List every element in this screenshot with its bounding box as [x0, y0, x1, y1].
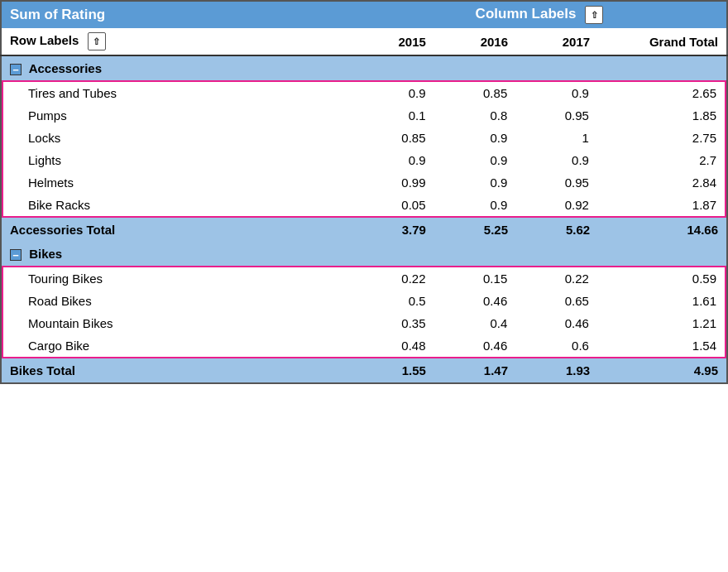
item-total-1-2: 1.21: [597, 312, 726, 334]
row-labels-sort-button[interactable]: ⇧: [88, 32, 106, 50]
item-2015-0-1: 0.1: [352, 104, 434, 127]
item-label-0-4: Helmets: [2, 171, 352, 194]
year-2016-header: 2016: [434, 28, 516, 55]
item-label-1-0: Touring Bikes: [2, 267, 352, 290]
total-label-1: Bikes Total: [1, 358, 352, 383]
total-row-1: Bikes Total 1.55 1.47 1.93 4.95: [1, 358, 727, 383]
item-2017-0-4: 0.95: [515, 171, 597, 194]
pivot-table: Sum of Rating Column Labels ⇧ Row Labels…: [0, 0, 728, 384]
item-total-0-0: 2.65: [597, 81, 726, 104]
item-2017-0-1: 0.95: [515, 104, 597, 127]
item-2016-0-1: 0.8: [434, 104, 516, 127]
total-2016-1: 1.47: [434, 358, 516, 383]
item-2015-0-4: 0.99: [352, 171, 434, 194]
item-label-1-3: Cargo Bike: [2, 334, 352, 358]
item-2017-1-0: 0.22: [515, 267, 597, 290]
data-row-1-2: Mountain Bikes 0.35 0.4 0.46 1.21: [2, 312, 726, 334]
row-labels-header: Row Labels ⇧: [1, 28, 352, 55]
item-2017-0-3: 0.9: [515, 149, 597, 171]
item-2015-1-3: 0.48: [352, 334, 434, 358]
outline-section-0: Tires and Tubes 0.9 0.85 0.9 2.65 Pumps …: [1, 80, 727, 218]
item-2016-0-3: 0.9: [434, 149, 516, 171]
collapse-icon-1[interactable]: −: [10, 249, 22, 261]
item-2016-1-0: 0.15: [434, 267, 516, 290]
grand-total-header: Grand Total: [598, 28, 727, 55]
item-label-0-1: Pumps: [2, 104, 352, 127]
item-2015-0-3: 0.9: [352, 149, 434, 171]
data-row-0-5: Bike Racks 0.05 0.9 0.92 1.87: [2, 194, 726, 217]
total-2015-1: 1.55: [352, 358, 434, 383]
category-row-0: − Accessories: [1, 55, 727, 80]
item-2017-0-5: 0.92: [515, 194, 597, 217]
item-2015-0-2: 0.85: [352, 127, 434, 149]
item-2016-0-2: 0.9: [434, 127, 516, 149]
item-2016-0-4: 0.9: [434, 171, 516, 194]
item-2017-1-1: 0.65: [515, 290, 597, 312]
item-2015-0-0: 0.9: [352, 81, 434, 104]
category-row-1: − Bikes: [1, 242, 727, 266]
item-2015-0-5: 0.05: [352, 194, 434, 217]
column-labels-sort-button[interactable]: ⇧: [585, 6, 603, 24]
outline-section-1: Touring Bikes 0.22 0.15 0.22 0.59 Road B…: [1, 266, 727, 358]
data-row-0-2: Locks 0.85 0.9 1 2.75: [2, 127, 726, 149]
total-2016-0: 5.25: [434, 218, 516, 242]
item-total-1-3: 1.54: [597, 334, 726, 358]
item-total-0-5: 1.87: [597, 194, 726, 217]
item-2016-0-0: 0.85: [434, 81, 516, 104]
year-2015-header: 2015: [352, 28, 434, 55]
data-row-0-4: Helmets 0.99 0.9 0.95 2.84: [2, 171, 726, 194]
total-grand-1: 4.95: [598, 358, 727, 383]
item-2017-0-0: 0.9: [515, 81, 597, 104]
item-2015-1-0: 0.22: [352, 267, 434, 290]
item-label-1-1: Road Bikes: [2, 290, 352, 312]
sum-of-rating-header: Sum of Rating: [1, 1, 352, 28]
year-2017-header: 2017: [516, 28, 598, 55]
total-row-0: Accessories Total 3.79 5.25 5.62 14.66: [1, 218, 727, 242]
total-2017-0: 5.62: [516, 218, 598, 242]
data-row-0-3: Lights 0.9 0.9 0.9 2.7: [2, 149, 726, 171]
category-label-0: − Accessories: [1, 55, 727, 80]
total-2017-1: 1.93: [516, 358, 598, 383]
item-2016-1-1: 0.46: [434, 290, 516, 312]
item-total-1-0: 0.59: [597, 267, 726, 290]
item-2017-0-2: 1: [515, 127, 597, 149]
item-total-0-4: 2.84: [597, 171, 726, 194]
item-label-0-5: Bike Racks: [2, 194, 352, 217]
item-total-0-1: 1.85: [597, 104, 726, 127]
total-label-0: Accessories Total: [1, 218, 352, 242]
item-2016-0-5: 0.9: [434, 194, 516, 217]
item-total-1-1: 1.61: [597, 290, 726, 312]
total-2015-0: 3.79: [352, 218, 434, 242]
item-label-0-0: Tires and Tubes: [2, 81, 352, 104]
item-2016-1-3: 0.46: [434, 334, 516, 358]
item-label-0-2: Locks: [2, 127, 352, 149]
item-2017-1-2: 0.46: [515, 312, 597, 334]
item-total-0-2: 2.75: [597, 127, 726, 149]
data-row-0-1: Pumps 0.1 0.8 0.95 1.85: [2, 104, 726, 127]
column-labels-header: Column Labels ⇧: [352, 1, 727, 28]
item-2017-1-3: 0.6: [515, 334, 597, 358]
item-2015-1-1: 0.5: [352, 290, 434, 312]
category-label-1: − Bikes: [1, 242, 727, 266]
item-2016-1-2: 0.4: [434, 312, 516, 334]
data-row-1-3: Cargo Bike 0.48 0.46 0.6 1.54: [2, 334, 726, 358]
collapse-icon-0[interactable]: −: [10, 64, 22, 75]
item-2015-1-2: 0.35: [352, 312, 434, 334]
item-label-1-2: Mountain Bikes: [2, 312, 352, 334]
item-label-0-3: Lights: [2, 149, 352, 171]
data-row-1-1: Road Bikes 0.5 0.46 0.65 1.61: [2, 290, 726, 312]
total-grand-0: 14.66: [598, 218, 727, 242]
data-row-0-0: Tires and Tubes 0.9 0.85 0.9 2.65: [2, 81, 726, 104]
data-row-1-0: Touring Bikes 0.22 0.15 0.22 0.59: [2, 267, 726, 290]
item-total-0-3: 2.7: [597, 149, 726, 171]
